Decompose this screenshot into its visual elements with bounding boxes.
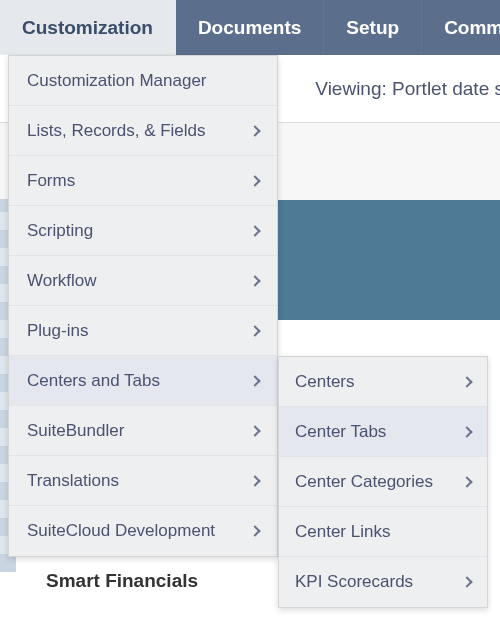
chevron-right-icon [249,175,260,186]
smart-financials-heading: Smart Financials [46,570,198,592]
menu-forms[interactable]: Forms [9,156,277,206]
menu-label: SuiteCloud Development [27,521,215,541]
submenu-centers[interactable]: Centers [279,357,487,407]
menu-label: Plug-ins [27,321,88,341]
menu-label: Lists, Records, & Fields [27,121,206,141]
nav-customization[interactable]: Customization [0,0,176,55]
chevron-right-icon [249,225,260,236]
chevron-right-icon [461,376,472,387]
menu-label: Forms [27,171,75,191]
menu-suitecloud-development[interactable]: SuiteCloud Development [9,506,277,556]
submenu-center-links[interactable]: Center Links [279,507,487,557]
chevron-right-icon [249,275,260,286]
top-nav: Customization Documents Setup Commerce [0,0,500,55]
chevron-right-icon [461,426,472,437]
menu-label: SuiteBundler [27,421,124,441]
menu-label: Centers [295,372,355,392]
menu-label: Workflow [27,271,97,291]
chevron-right-icon [249,325,260,336]
menu-workflow[interactable]: Workflow [9,256,277,306]
menu-label: Scripting [27,221,93,241]
chevron-right-icon [461,576,472,587]
menu-lists-records-fields[interactable]: Lists, Records, & Fields [9,106,277,156]
chevron-right-icon [249,375,260,386]
menu-suitebundler[interactable]: SuiteBundler [9,406,277,456]
submenu-center-categories[interactable]: Center Categories [279,457,487,507]
menu-label: Center Tabs [295,422,386,442]
submenu-center-tabs[interactable]: Center Tabs [279,407,487,457]
menu-label: KPI Scorecards [295,572,413,592]
chevron-right-icon [249,425,260,436]
centers-and-tabs-submenu: Centers Center Tabs Center Categories Ce… [278,356,488,608]
menu-label: Center Links [295,522,390,542]
menu-label: Translations [27,471,119,491]
menu-scripting[interactable]: Scripting [9,206,277,256]
menu-label: Customization Manager [27,71,207,91]
menu-plugins[interactable]: Plug-ins [9,306,277,356]
menu-centers-and-tabs[interactable]: Centers and Tabs [9,356,277,406]
menu-label: Center Categories [295,472,433,492]
chevron-right-icon [461,476,472,487]
nav-commerce[interactable]: Commerce [422,0,500,55]
customization-menu: Customization Manager Lists, Records, & … [8,55,278,557]
viewing-text: Viewing: Portlet date s [315,78,500,100]
chevron-right-icon [249,525,260,536]
menu-customization-manager[interactable]: Customization Manager [9,56,277,106]
menu-label: Centers and Tabs [27,371,160,391]
nav-documents[interactable]: Documents [176,0,324,55]
submenu-kpi-scorecards[interactable]: KPI Scorecards [279,557,487,607]
menu-translations[interactable]: Translations [9,456,277,506]
chevron-right-icon [249,475,260,486]
chevron-right-icon [249,125,260,136]
nav-setup[interactable]: Setup [324,0,422,55]
